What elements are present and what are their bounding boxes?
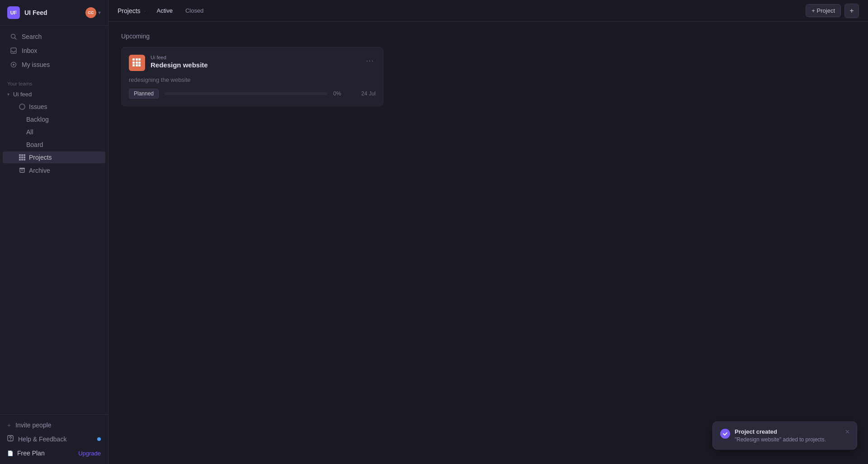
plan-label: Free Plan <box>17 450 45 457</box>
progress-bar <box>164 92 328 95</box>
topbar-actions: + Project + <box>806 4 859 18</box>
main-content: Projects · Active Closed + Project + Upc… <box>108 0 868 464</box>
svg-line-1 <box>15 38 17 40</box>
sidebar-nav: Search Inbox My issues <box>0 26 108 76</box>
plan-bar: 📄 Free Plan Upgrade <box>0 446 108 460</box>
project-icon-grid <box>132 58 142 67</box>
toast-check-icon <box>720 429 730 439</box>
tab-bar: Active Closed <box>151 5 209 16</box>
svg-rect-2 <box>11 48 16 53</box>
search-icon <box>10 33 17 40</box>
sidebar-header: UF UI Feed CC ▾ <box>0 0 108 26</box>
team-header[interactable]: ▾ Ui feed <box>0 88 108 100</box>
app-icon: UF <box>7 6 20 19</box>
project-description: redesigning the website <box>129 76 376 83</box>
plan-icon: 📄 <box>7 450 14 456</box>
inbox-icon <box>10 47 17 54</box>
sidebar-item-backlog[interactable]: Backlog <box>3 114 105 125</box>
upgrade-button[interactable]: Upgrade <box>78 450 101 457</box>
sidebar-item-inbox[interactable]: Inbox <box>3 44 105 57</box>
project-card-header: Ui feed Redesign website ⋯ <box>129 55 376 71</box>
help-feedback-button[interactable]: Help & Feedback <box>0 432 108 446</box>
sidebar-item-board[interactable]: Board <box>3 139 105 151</box>
progress-percent: 0% <box>333 90 348 97</box>
team-chevron-icon: ▾ <box>7 92 9 97</box>
project-menu-button[interactable]: ⋯ <box>364 55 376 66</box>
sidebar-item-issues[interactable]: Issues <box>3 101 105 113</box>
project-footer: Planned 0% 24 Jul <box>129 89 376 99</box>
sidebar-item-projects[interactable]: Projects <box>3 152 105 163</box>
project-name: Redesign website <box>151 61 359 69</box>
notification-dot <box>97 437 101 441</box>
breadcrumb-separator: · <box>144 7 146 14</box>
sidebar-item-my-issues[interactable]: My issues <box>3 58 105 71</box>
toast-notification: Project created "Redesign website" added… <box>712 421 857 450</box>
project-team: Ui feed <box>151 55 359 60</box>
toast-title: Project created <box>735 428 841 435</box>
plus-icon: + <box>7 421 11 429</box>
svg-point-4 <box>13 64 14 66</box>
project-info: Ui feed Redesign website <box>151 55 359 69</box>
avatar-group[interactable]: CC ▾ <box>85 7 101 18</box>
topbar: Projects · Active Closed + Project + <box>108 0 868 22</box>
project-card: Ui feed Redesign website ⋯ redesigning t… <box>121 47 383 106</box>
projects-icon <box>19 154 25 161</box>
toast-close-button[interactable]: × <box>845 428 849 436</box>
invite-people-button[interactable]: + Invite people <box>0 418 108 432</box>
sidebar: UF UI Feed CC ▾ Search Inbox My issues <box>0 0 108 464</box>
help-icon <box>7 435 14 443</box>
section-title: Upcoming <box>121 33 855 40</box>
add-icon-button[interactable]: + <box>844 4 859 18</box>
breadcrumb-projects[interactable]: Projects <box>118 7 141 14</box>
circle-icon <box>19 104 25 110</box>
app-title: UI Feed <box>24 9 81 16</box>
project-icon <box>129 55 145 71</box>
chevron-down-icon[interactable]: ▾ <box>98 9 101 16</box>
add-project-button[interactable]: + Project <box>806 4 841 17</box>
content-area: Upcoming Ui feed Redesign website ⋯ rede… <box>108 22 868 464</box>
sidebar-item-archive[interactable]: Archive <box>3 164 105 176</box>
toast-body: Project created "Redesign website" added… <box>735 428 841 443</box>
breadcrumb: Projects · <box>118 7 146 14</box>
sidebar-item-all[interactable]: All <box>3 126 105 138</box>
tab-active[interactable]: Active <box>151 5 178 16</box>
tab-closed[interactable]: Closed <box>180 5 209 16</box>
status-badge[interactable]: Planned <box>129 89 159 99</box>
svg-rect-6 <box>8 436 13 441</box>
avatar[interactable]: CC <box>85 7 96 18</box>
team-name: Ui feed <box>13 91 32 98</box>
my-issues-icon <box>10 61 17 68</box>
sidebar-footer: + Invite people Help & Feedback 📄 Free P… <box>0 414 108 464</box>
toast-description: "Redesign website" added to projects. <box>735 436 841 443</box>
sidebar-item-search[interactable]: Search <box>3 30 105 43</box>
due-date: 24 Jul <box>353 90 376 97</box>
archive-icon <box>19 166 25 174</box>
svg-point-7 <box>10 439 10 440</box>
teams-section-label: Your teams <box>0 76 108 88</box>
